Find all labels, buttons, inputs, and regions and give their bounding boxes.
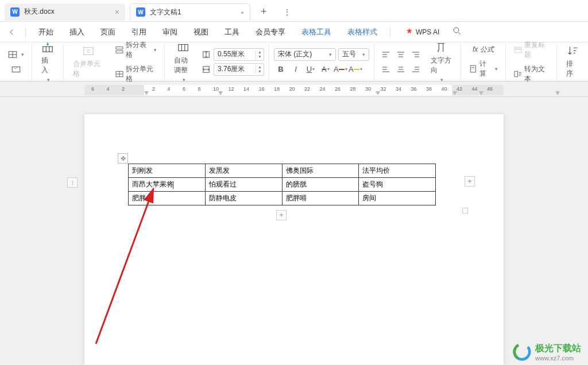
svg-rect-9 — [84, 48, 94, 55]
insert-button[interactable]: 插入 — [37, 39, 59, 85]
document-page[interactable]: ✥ ⫶ 到刚发发黑发佛奥国际法平均价而昂大苹果将怕观看过的膀胱盗号狗肥胖防静电皮… — [84, 114, 504, 364]
bold-button[interactable]: B — [274, 63, 288, 76]
font-size-value: 五号 — [342, 49, 356, 59]
italic-button[interactable]: I — [289, 63, 303, 76]
menu-table-tools[interactable]: 表格工具 — [295, 24, 338, 41]
ruler-tick: 16 — [259, 86, 265, 92]
ruler-indent-marker[interactable] — [375, 91, 381, 96]
wps-ai-button[interactable]: WPS AI — [400, 24, 445, 40]
add-row-button[interactable]: + — [276, 210, 287, 220]
tab-document-2[interactable]: W 文字文稿1 ● — [130, 3, 250, 21]
sort-button[interactable]: 排序 — [562, 42, 583, 81]
ruler-tick: 30 — [365, 86, 371, 92]
watermark: 极光下载站 www.xz7.com — [512, 342, 581, 362]
ruler-indent-marker[interactable] — [452, 91, 458, 96]
word-doc-icon: W — [10, 7, 20, 17]
formula-button[interactable]: fx 公式 — [466, 43, 501, 56]
svg-point-0 — [454, 28, 459, 33]
ruler-indent-marker[interactable] — [218, 91, 223, 96]
table-cell[interactable]: 盗号狗 — [359, 178, 436, 192]
ruler-tick: 6 — [91, 86, 94, 92]
horizontal-ruler[interactable]: /* ruler ticks generated below */ 642246… — [84, 85, 504, 95]
ruler-tick: 12 — [229, 86, 234, 92]
font-size-select[interactable]: 五号 — [338, 48, 369, 61]
table-cell[interactable]: 发黑发 — [205, 164, 282, 178]
ruler-tick: 22 — [304, 86, 310, 92]
table-cell[interactable]: 房间 — [359, 192, 436, 205]
width-spinner[interactable]: ▲▼ — [256, 65, 264, 74]
split-table-button[interactable]: 拆分表格 — [112, 38, 159, 61]
font-color-button[interactable]: A▾ — [334, 63, 347, 76]
table-cell[interactable]: 佛奥国际 — [282, 164, 359, 178]
add-tab-button[interactable]: + — [255, 6, 273, 18]
merge-cells-label: 合并单元格 — [73, 59, 104, 79]
align-bottom-right[interactable] — [409, 63, 423, 76]
align-top-center[interactable] — [394, 48, 408, 61]
height-spinner[interactable]: ▲▼ — [256, 50, 264, 59]
watermark-title: 极光下载站 — [535, 343, 581, 355]
highlight-button[interactable]: A▾ — [349, 63, 362, 76]
content-table[interactable]: 到刚发发黑发佛奥国际法平均价而昂大苹果将怕观看过的膀胱盗号狗肥胖防静电皮肥胖嘚房… — [128, 164, 436, 205]
table-cell[interactable]: 肥胖 — [129, 192, 206, 205]
align-bottom-left[interactable] — [379, 63, 393, 76]
align-top-left[interactable] — [379, 48, 393, 61]
show-gridlines-button[interactable] — [5, 48, 27, 61]
align-top-right[interactable] — [409, 48, 423, 61]
merge-cells-button[interactable]: 合并单元格 — [68, 42, 109, 81]
table-cell[interactable]: 到刚发 — [129, 164, 206, 178]
select-table-button[interactable] — [5, 63, 27, 76]
underline-button[interactable]: U▾ — [304, 63, 318, 76]
ruler-indent-marker[interactable] — [555, 91, 560, 96]
split-cells-button[interactable]: 拆分单元格 — [112, 63, 159, 86]
ruler-tick: 36 — [411, 86, 417, 92]
table-cell[interactable]: 怕观看过 — [205, 178, 282, 192]
ruler-tick: 18 — [274, 86, 280, 92]
ruler-tick: 4 — [107, 86, 110, 92]
strike-button[interactable]: A▾ — [319, 63, 332, 76]
menu-start[interactable]: 开始 — [32, 24, 60, 41]
menu-insert[interactable]: 插入 — [63, 24, 91, 41]
repeat-header-label: 重复标题 — [524, 40, 549, 60]
menu-review[interactable]: 审阅 — [156, 24, 184, 41]
align-bottom-center[interactable] — [394, 63, 408, 76]
calc-button[interactable]: 计算 — [466, 57, 501, 80]
menu-tools[interactable]: 工具 — [218, 24, 246, 41]
to-text-button[interactable]: 转为文本 — [510, 63, 552, 86]
ruler-tick: 38 — [426, 86, 432, 92]
table-cell[interactable]: 而昂大苹果将 — [129, 178, 206, 192]
split-cells-label: 拆分单元格 — [126, 64, 156, 84]
text-direction-label: 文字方向 — [431, 56, 451, 75]
ruler-tick: 44 — [472, 86, 478, 92]
ruler-indent-marker[interactable] — [478, 91, 484, 96]
table-resize-handle[interactable] — [462, 208, 468, 213]
font-family-select[interactable]: 宋体 (正文) — [274, 48, 336, 61]
ruler-tick: 2 — [122, 86, 125, 92]
repeat-header-button[interactable]: 重复标题 — [510, 38, 552, 61]
menu-member[interactable]: 会员专享 — [249, 24, 292, 41]
ruler-indent-marker[interactable] — [144, 91, 149, 96]
menu-view[interactable]: 视图 — [187, 24, 215, 41]
text-direction-button[interactable]: 文字方向 — [426, 39, 456, 85]
table-cell[interactable]: 肥胖嘚 — [282, 192, 359, 205]
table-cell[interactable]: 法平均价 — [359, 164, 436, 178]
col-width-value: 3.76厘米 — [218, 64, 254, 74]
table-move-handle[interactable]: ✥ — [118, 153, 128, 164]
table-cell[interactable]: 防静电皮 — [205, 192, 282, 205]
ruler-tick: 2 — [152, 86, 155, 92]
search-icon[interactable] — [452, 26, 462, 38]
tab-menu-button[interactable]: ⋮ — [277, 7, 297, 17]
auto-adjust-button[interactable]: 自动调整 — [169, 39, 198, 85]
tab-close-icon[interactable]: × — [115, 7, 119, 17]
paragraph-handle[interactable]: ⫶ — [67, 177, 78, 188]
watermark-logo-icon — [512, 342, 532, 362]
menu-table-style[interactable]: 表格样式 — [341, 24, 384, 41]
watermark-url: www.xz7.com — [535, 355, 581, 362]
add-column-button[interactable]: + — [465, 176, 475, 187]
tab-document-1[interactable]: W 秋天.docx × — [5, 3, 125, 21]
to-text-label: 转为文本 — [524, 64, 549, 84]
col-width-input[interactable]: 3.76厘米 ▲▼ — [214, 63, 264, 76]
tab-title: 文字文稿1 — [150, 7, 236, 17]
menu-left-icon[interactable] — [6, 26, 17, 38]
row-height-input[interactable]: 0.55厘米 ▲▼ — [214, 48, 264, 61]
table-cell[interactable]: 的膀胱 — [282, 178, 359, 192]
